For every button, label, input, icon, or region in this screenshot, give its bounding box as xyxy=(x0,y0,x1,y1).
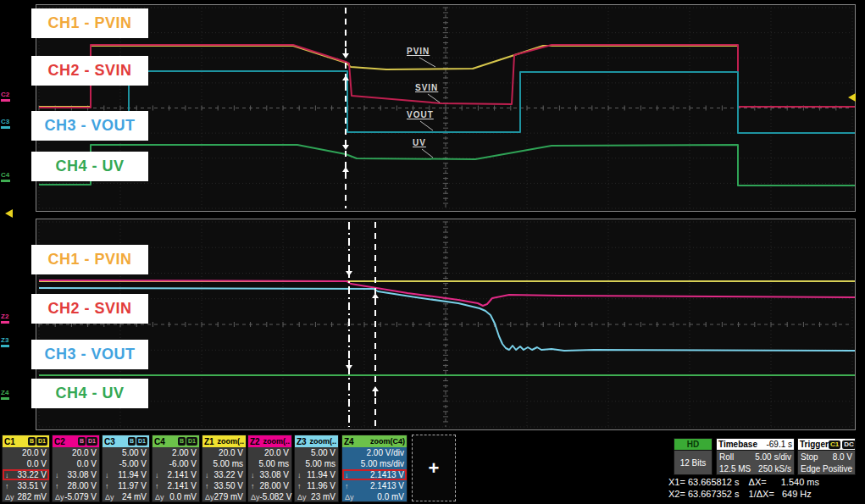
descriptor-header: C4BD1 xyxy=(152,435,199,447)
cursor-arrow-down-icon xyxy=(346,360,352,370)
timebase-mode: Roll xyxy=(719,452,734,462)
descriptor-header: Z3zoom(.. xyxy=(295,435,338,447)
channel-d1-badge: D1 xyxy=(186,437,197,446)
descriptor-header: C3BD1 xyxy=(103,435,149,447)
descriptor-row: Δy23 mV xyxy=(295,491,338,502)
top-graticule[interactable]: PVINSVINVOUTUV xyxy=(36,4,856,212)
channel-d1-badge: D1 xyxy=(136,437,147,446)
channel-descriptor-c3[interactable]: C3BD15.00 V-5.00 V↓11.94 V↑11.97 VΔy24 m… xyxy=(102,435,150,502)
trigger-coupling-badge: DC xyxy=(842,440,856,449)
descriptor-header: Z4zoom(C4) xyxy=(342,435,407,447)
descriptor-row: ↓33.08 V xyxy=(248,469,291,480)
cursor-arrow-down-icon xyxy=(346,266,352,276)
descriptor-row: ↑28.00 V xyxy=(53,480,99,491)
descriptor-row: ↑11.96 V xyxy=(295,480,338,491)
descriptor-row: 5.00 ms/div xyxy=(342,458,407,469)
descriptor-row: 0.0 V xyxy=(3,458,49,469)
trigger-mode: Stop xyxy=(801,452,818,462)
descriptor-row: Δy-5.082 V xyxy=(248,491,291,502)
zoom-descriptor-z3[interactable]: Z3zoom(..5.00 V5.00 ms↓11.94 V↑11.96 VΔy… xyxy=(294,435,339,502)
descriptor-row: ↑33.51 V xyxy=(3,480,49,491)
timebase-samples: 12.5 MS xyxy=(719,464,751,474)
descriptor-row: 0.0 V xyxy=(53,458,99,469)
channel-d1-badge: D1 xyxy=(36,437,47,446)
descriptor-row: 5.00 ms xyxy=(202,458,246,469)
bottom-waveform-area xyxy=(36,219,855,429)
trigger-panel[interactable]: Trigger C1 DC Stop 8.0 V Edge Positive xyxy=(797,438,856,475)
timebase-panel[interactable]: Timebase -69.1 s Roll 5.00 s/div 12.5 MS… xyxy=(716,438,795,475)
descriptor-row: Δy-5.079 V xyxy=(53,491,99,502)
zoom-descriptor-z1[interactable]: Z1zoom(..20.0 V5.00 ms↓33.22 V↑33.50 VΔy… xyxy=(202,435,247,502)
trace-c3-vout[interactable] xyxy=(39,71,855,134)
descriptor-row: ↓2.1413 V xyxy=(342,469,407,480)
descriptor-row: 20.0 V xyxy=(202,447,246,458)
offset-marker-c4[interactable]: C4 xyxy=(1,171,10,182)
trigger-source-badge: C1 xyxy=(829,440,840,449)
annotation-svin: SVIN xyxy=(415,83,440,102)
descriptor-row: ↑2.1413 V xyxy=(342,480,407,491)
descriptor-row: 2.00 V xyxy=(152,447,199,458)
channel-b-badge: B xyxy=(178,437,186,446)
trigger-title: Trigger xyxy=(800,440,829,449)
bottom-graticule[interactable] xyxy=(36,219,856,430)
channel-b-badge: B xyxy=(28,437,36,446)
offset-marker-z4[interactable]: Z4 xyxy=(1,389,9,400)
descriptor-row: 20.0 V xyxy=(248,447,291,458)
descriptor-row: ↑28.00 V xyxy=(248,480,291,491)
offset-marker-z2[interactable]: Z2 xyxy=(1,313,9,324)
trace-c4-uv[interactable] xyxy=(39,145,855,186)
label-ch4-uv-top: CH4 - UV xyxy=(31,152,148,181)
descriptor-row: 5.00 V xyxy=(103,447,149,458)
timebase-scale: 5.00 s/div xyxy=(755,452,791,462)
offset-marker-c3[interactable]: C3 xyxy=(1,118,10,129)
cursor-arrow-up-icon xyxy=(372,386,379,396)
descriptor-row: 20.0 V xyxy=(53,447,99,458)
graticule-grid xyxy=(39,8,852,208)
channel-b-badge: B xyxy=(128,437,136,446)
descriptor-row: -5.00 V xyxy=(103,458,149,469)
acquisition-panel[interactable]: HD 12 Bits xyxy=(674,438,713,475)
channel-b-badge: B xyxy=(78,437,86,446)
descriptor-row: -6.00 V xyxy=(152,458,199,469)
zoom-descriptor-z4[interactable]: Z4zoom(C4)2.00 V/div5.00 ms/div↓2.1413 V… xyxy=(341,435,408,502)
graticule-grid xyxy=(39,222,852,427)
svg-text:PVIN: PVIN xyxy=(407,47,430,56)
channel-descriptor-c1[interactable]: C1BD120.0 V0.0 V↓33.22 V↑33.51 VΔy282 mV xyxy=(2,435,50,502)
descriptor-row: ↑2.141 V xyxy=(152,480,199,491)
descriptor-header: Z2zoom(.. xyxy=(248,435,291,447)
svg-text:SVIN: SVIN xyxy=(415,83,438,92)
trigger-time-marker-icon[interactable] xyxy=(5,209,13,218)
descriptor-row: ↓33.22 V xyxy=(202,469,246,480)
label-ch4-uv-bottom: CH4 - UV xyxy=(31,379,148,408)
annotation-pvin: PVIN xyxy=(407,47,435,67)
trigger-level: 8.0 V xyxy=(833,452,852,462)
descriptor-row: 2.00 V/div xyxy=(342,447,407,458)
descriptor-row: Δy279 mV xyxy=(202,491,246,502)
cursor-arrow-down-icon xyxy=(342,48,349,58)
channel-descriptor-c2[interactable]: C2BD120.0 V0.0 V↓33.08 V↑28.00 VΔy-5.079… xyxy=(52,435,100,502)
svg-text:VOUT: VOUT xyxy=(407,110,434,119)
descriptor-row: ↑11.97 V xyxy=(103,480,149,491)
label-ch2-svin-top: CH2 - SVIN xyxy=(31,56,148,86)
descriptor-row: ↓2.141 V xyxy=(152,469,199,480)
descriptor-row: ↓11.94 V xyxy=(103,469,149,480)
label-ch2-svin-bottom: CH2 - SVIN xyxy=(31,294,148,324)
descriptor-row: ↓33.22 V xyxy=(3,469,49,480)
descriptor-row: Δy0.0 mV xyxy=(152,491,199,502)
zoom-descriptor-z2[interactable]: Z2zoom(..20.0 V5.00 ms↓33.08 V↑28.00 VΔy… xyxy=(247,435,292,502)
descriptor-row: 5.00 ms xyxy=(295,458,338,469)
descriptor-row: ↑33.50 V xyxy=(202,480,246,491)
offset-marker-c2[interactable]: C2 xyxy=(1,91,10,102)
timebase-rate: 250 kS/s xyxy=(758,464,791,474)
trigger-level-marker-icon[interactable] xyxy=(848,93,856,102)
descriptor-row: Δy0.0 mV xyxy=(342,491,407,502)
channel-descriptor-c4[interactable]: C4BD12.00 V-6.00 V↓2.141 V↑2.141 VΔy0.0 … xyxy=(152,435,200,502)
descriptor-header: C1BD1 xyxy=(3,435,49,447)
descriptor-row: Δy282 mV xyxy=(3,491,49,502)
annotation-uv: UV xyxy=(413,138,433,158)
add-trace-button[interactable]: + xyxy=(412,435,456,501)
offset-marker-z3[interactable]: Z3 xyxy=(1,336,9,347)
descriptor-row: 20.0 V xyxy=(3,447,49,458)
plus-icon: + xyxy=(429,457,440,479)
channel-d1-badge: D1 xyxy=(86,437,97,446)
